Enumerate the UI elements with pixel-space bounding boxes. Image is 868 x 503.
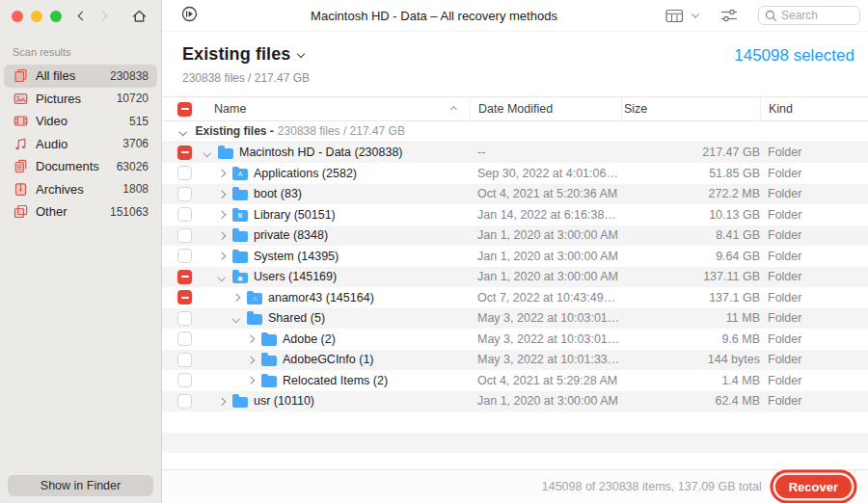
- sidebar-item-pictures[interactable]: Pictures10720: [4, 88, 157, 111]
- minimize-window-button[interactable]: [31, 11, 42, 22]
- row-checkbox[interactable]: [177, 394, 192, 409]
- view-options-button[interactable]: [665, 9, 698, 23]
- file-size: 62.4 MB: [621, 394, 760, 408]
- chevron-down-icon[interactable]: [218, 273, 226, 280]
- chevron-right-icon[interactable]: [232, 294, 240, 302]
- row-checkbox[interactable]: [177, 207, 192, 222]
- folder-icon: [218, 148, 233, 160]
- row-checkbox[interactable]: [177, 290, 192, 304]
- rescan-icon[interactable]: [181, 6, 198, 26]
- folder-icon: ◉: [232, 273, 248, 284]
- table-row[interactable]: System (14395)Jan 1, 2020 at 3:00:00 AM9…: [162, 246, 868, 267]
- filter-sliders-icon[interactable]: [719, 8, 739, 23]
- date-modified: May 3, 2022 at 10:03:01…: [470, 311, 621, 325]
- home-icon[interactable]: [131, 9, 148, 24]
- folder-icon: [232, 190, 248, 201]
- file-size: 144 bytes: [621, 353, 760, 366]
- chevron-down-icon[interactable]: [232, 314, 240, 322]
- titlebar-left: [0, 0, 161, 32]
- file-size: 51.85 GB: [621, 167, 760, 180]
- chevron-right-icon[interactable]: [218, 170, 226, 177]
- file-name: anamor43 (145164): [268, 291, 374, 304]
- folder-icon: [261, 334, 277, 346]
- date-modified: --: [470, 146, 621, 159]
- sidebar-item-count: 230838: [110, 69, 149, 83]
- date-modified: Sep 30, 2022 at 4:01:06…: [470, 167, 621, 180]
- date-modified: Jan 1, 2020 at 3:00:00 AM: [470, 250, 621, 263]
- chevron-right-icon[interactable]: [218, 252, 226, 260]
- chevron-right-icon[interactable]: [218, 231, 226, 239]
- table-row[interactable]: ⌂anamor43 (145164)Oct 7, 2022 at 10:43:4…: [162, 287, 868, 308]
- table-row[interactable]: Adobe (2)May 3, 2022 at 10:03:01…9.6 MBF…: [162, 329, 868, 350]
- recover-button[interactable]: Recover: [775, 475, 852, 498]
- chevron-right-icon[interactable]: [247, 356, 255, 363]
- row-checkbox[interactable]: [177, 228, 192, 243]
- file-name: Shared (5): [268, 311, 325, 325]
- row-checkbox[interactable]: [177, 166, 192, 180]
- search-field[interactable]: [758, 6, 860, 25]
- row-checkbox[interactable]: [177, 373, 192, 387]
- chevron-right-icon[interactable]: [247, 377, 255, 384]
- search-icon: [765, 10, 777, 22]
- zoom-window-button[interactable]: [50, 11, 62, 22]
- chevron-right-icon[interactable]: [218, 397, 226, 405]
- audio-icon: [13, 137, 28, 151]
- selection-status: 145098 of 230838 items, 137.09 GB total: [542, 480, 762, 493]
- scope-selector[interactable]: Existing files: [182, 44, 310, 65]
- file-kind: Folder: [760, 394, 868, 408]
- sidebar-item-archives[interactable]: Archives1808: [4, 178, 157, 201]
- chevron-down-icon[interactable]: [203, 148, 211, 156]
- search-input[interactable]: [781, 9, 849, 22]
- table-row[interactable]: Relocated Items (2)Oct 4, 2021 at 5:29:2…: [162, 370, 868, 391]
- file-kind: Folder: [760, 291, 868, 304]
- forward-icon[interactable]: [98, 12, 108, 21]
- column-header-name[interactable]: Name: [193, 102, 470, 116]
- row-checkbox[interactable]: [177, 187, 192, 201]
- folder-icon: ⌂: [247, 293, 262, 304]
- row-checkbox[interactable]: [177, 311, 192, 326]
- table-row[interactable]: ⅢLibrary (50151)Jan 14, 2022 at 6:16:38……: [162, 204, 868, 225]
- sidebar-item-documents[interactable]: Documents63026: [4, 155, 157, 178]
- sidebar-item-other[interactable]: Other151063: [4, 200, 157, 224]
- sidebar-item-all-files[interactable]: All files230838: [4, 65, 157, 88]
- table-row[interactable]: boot (83)Oct 4, 2021 at 5:20:36 AM272.2 …: [162, 184, 868, 205]
- column-header-date-modified[interactable]: Date Modified: [470, 97, 621, 120]
- column-header-size[interactable]: Size: [621, 97, 760, 120]
- pictures-icon: [13, 92, 28, 106]
- select-all-checkbox[interactable]: [177, 102, 192, 117]
- sidebar-item-video[interactable]: Video515: [4, 110, 157, 133]
- table-row[interactable]: Macintosh HD - Data (230838)--217.47 GBF…: [162, 143, 868, 164]
- sidebar-item-count: 63026: [117, 160, 149, 173]
- table-row[interactable]: Shared (5)May 3, 2022 at 10:03:01…11 MBF…: [162, 308, 868, 330]
- file-size: 217.47 GB: [621, 146, 760, 159]
- folder-icon: Ⅲ: [232, 210, 248, 222]
- row-checkbox[interactable]: [177, 249, 192, 263]
- date-modified: May 3, 2022 at 10:03:01…: [470, 332, 621, 346]
- chevron-right-icon[interactable]: [247, 335, 255, 343]
- row-checkbox[interactable]: [177, 331, 192, 346]
- file-tree: Macintosh HD - Data (230838)--217.47 GBF…: [162, 143, 868, 412]
- table-row[interactable]: ◉Users (145169)Jan 1, 2020 at 3:00:00 AM…: [162, 267, 868, 288]
- back-icon[interactable]: [78, 12, 88, 21]
- row-checkbox[interactable]: [177, 270, 192, 284]
- chevron-right-icon[interactable]: [218, 190, 226, 198]
- show-in-finder-button[interactable]: Show in Finder: [8, 475, 153, 496]
- row-checkbox[interactable]: [177, 353, 192, 367]
- sidebar-item-label: Video: [36, 114, 129, 128]
- chevron-right-icon[interactable]: [218, 211, 226, 219]
- table-row[interactable]: private (8348)Jan 1, 2020 at 3:00:00 AM8…: [162, 225, 868, 247]
- table-row[interactable]: usr (10110)Jan 1, 2020 at 3:00:00 AM62.4…: [162, 391, 868, 412]
- table-row[interactable]: AApplications (2582)Sep 30, 2022 at 4:01…: [162, 163, 868, 184]
- sidebar-item-audio[interactable]: Audio3706: [4, 133, 157, 156]
- file-name: Relocated Items (2): [283, 374, 388, 387]
- date-modified: Oct 4, 2021 at 5:29:28 AM: [470, 374, 621, 387]
- table-row[interactable]: AdobeGCInfo (1)May 3, 2022 at 10:01:33…1…: [162, 350, 868, 371]
- sidebar-item-count: 3706: [122, 137, 149, 150]
- group-row[interactable]: Existing files - 230838 files / 217.47 G…: [162, 121, 868, 143]
- close-window-button[interactable]: [12, 11, 23, 22]
- row-checkbox[interactable]: [177, 146, 192, 160]
- titlebar-main: Macintosh HD - Data – All recovery metho…: [162, 0, 868, 32]
- app-window: Scan results All files230838Pictures1072…: [0, 0, 868, 503]
- files-summary: 230838 files / 217.47 GB: [182, 71, 310, 85]
- column-header-kind[interactable]: Kind: [760, 97, 868, 120]
